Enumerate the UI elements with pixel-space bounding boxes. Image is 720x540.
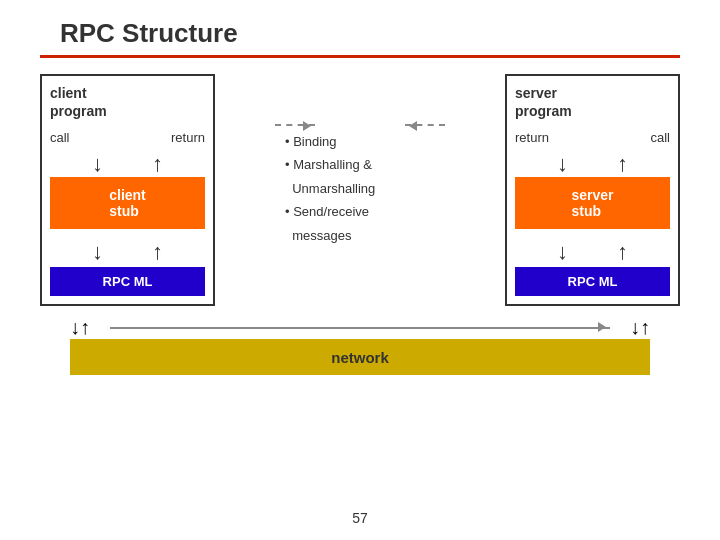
boxes-row: clientprogram call return ↓ ↑ clientstub…: [40, 74, 680, 306]
server-return-label: return: [515, 130, 549, 145]
server-call-label: call: [650, 130, 670, 145]
server-down-arrow2: ↓ ↑: [515, 241, 670, 263]
server-rpc-ml-label: RPC ML: [568, 274, 618, 289]
server-box: serverprogram return call ↓ ↑ serverstub…: [505, 74, 680, 306]
dashed-arrow-right: [275, 124, 315, 126]
client-rpc-ml: RPC ML: [50, 267, 205, 296]
dashed-arrow-left: [405, 124, 445, 126]
bullet4b: messages: [285, 224, 375, 247]
diagram: clientprogram call return ↓ ↑ clientstub…: [40, 74, 680, 375]
client-stub-box: clientstub: [50, 177, 205, 229]
page-title: RPC Structure: [60, 18, 238, 48]
server-down-arrow1: ↓ ↑: [515, 153, 670, 175]
bullet2: • Marshalling &: [285, 153, 375, 176]
client-down-arrow1: ↓ ↑: [50, 153, 205, 175]
net-arrows-row: ↓↑ ↓↑: [70, 316, 650, 339]
server-stub-label: serverstub: [571, 187, 613, 219]
client-rpc-ml-label: RPC ML: [103, 274, 153, 289]
right-net-arrow: ↓↑: [630, 316, 650, 339]
network-section: ↓↑ ↓↑ network: [40, 316, 680, 375]
page: RPC Structure clientprogram call return …: [0, 0, 720, 540]
title-area: RPC Structure: [40, 18, 680, 49]
network-label: network: [331, 349, 389, 366]
client-stub-label: clientstub: [109, 187, 146, 219]
red-divider: [40, 55, 680, 58]
client-program-title: clientprogram: [50, 84, 205, 120]
left-net-arrow: ↓↑: [70, 316, 90, 339]
call-return-row-server: return call: [515, 130, 670, 145]
network-bar: network: [70, 339, 650, 375]
client-return-label: return: [171, 130, 205, 145]
bullet4: • Send/receive: [285, 200, 375, 223]
bullet1: • Binding: [285, 130, 375, 153]
page-number: 57: [352, 510, 368, 526]
client-call-label: call: [50, 130, 70, 145]
call-return-row-client: call return: [50, 130, 205, 145]
client-box: clientprogram call return ↓ ↑ clientstub…: [40, 74, 215, 306]
server-stub-box: serverstub: [515, 177, 670, 229]
server-program-title: serverprogram: [515, 84, 670, 120]
bullet3: Unmarshalling: [285, 177, 375, 200]
client-down-arrow2: ↓ ↑: [50, 241, 205, 263]
server-rpc-ml: RPC ML: [515, 267, 670, 296]
middle-text-area: • Binding • Marshalling & Unmarshalling …: [275, 74, 445, 247]
